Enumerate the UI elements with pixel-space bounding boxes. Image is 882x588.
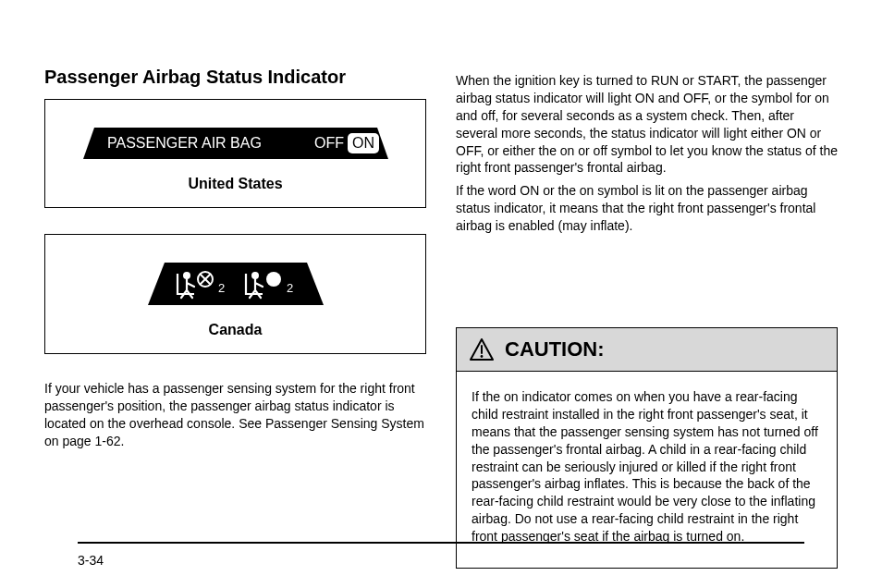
svg-point-9 (266, 272, 281, 287)
right-paragraph-2: If the word ON or the on symbol is lit o… (456, 182, 838, 235)
svg-point-13 (481, 355, 484, 358)
svg-point-8 (251, 272, 259, 279)
footer-rule (78, 542, 804, 544)
section-title: Passenger Airbag Status Indicator (44, 67, 426, 88)
right-column: When the ignition key is turned to RUN o… (456, 67, 838, 569)
caution-paragraph: If the on indicator comes on when you ha… (472, 388, 822, 545)
caution-body: If the on indicator comes on when you ha… (457, 372, 837, 568)
figure-us: PASSENGER AIR BAG OFF ON United States (44, 99, 426, 208)
left-column: Passenger Airbag Status Indicator PASSEN… (44, 67, 426, 456)
svg-text:2: 2 (287, 281, 293, 295)
right-paragraph-1: When the ignition key is turned to RUN o… (456, 72, 838, 177)
caution-heading-text: CAUTION: (505, 337, 605, 361)
airbag-indicator-canada: 2 2 (148, 263, 324, 305)
svg-marker-2 (148, 263, 324, 305)
caution-header: CAUTION: (457, 328, 837, 372)
right-body-text: When the ignition key is turned to RUN o… (456, 72, 838, 235)
left-body-text: If your vehicle has a passenger sensing … (44, 380, 426, 450)
plaque-off-text: OFF (314, 135, 344, 151)
warning-icon (470, 338, 494, 361)
left-paragraph: If your vehicle has a passenger sensing … (44, 380, 426, 450)
airbag-indicator-us: PASSENGER AIR BAG OFF ON (83, 128, 388, 159)
plaque-label: PASSENGER AIR BAG (107, 135, 262, 151)
figure-us-caption: United States (64, 176, 407, 192)
figure-canada-caption: Canada (64, 322, 407, 338)
svg-text:2: 2 (218, 281, 225, 295)
plaque-on-text: ON (352, 135, 374, 151)
page-number: 3-34 (78, 553, 104, 568)
caution-box: CAUTION: If the on indicator comes on wh… (456, 327, 838, 569)
svg-point-3 (183, 272, 190, 279)
figure-canada: 2 2 Canada (44, 234, 426, 354)
